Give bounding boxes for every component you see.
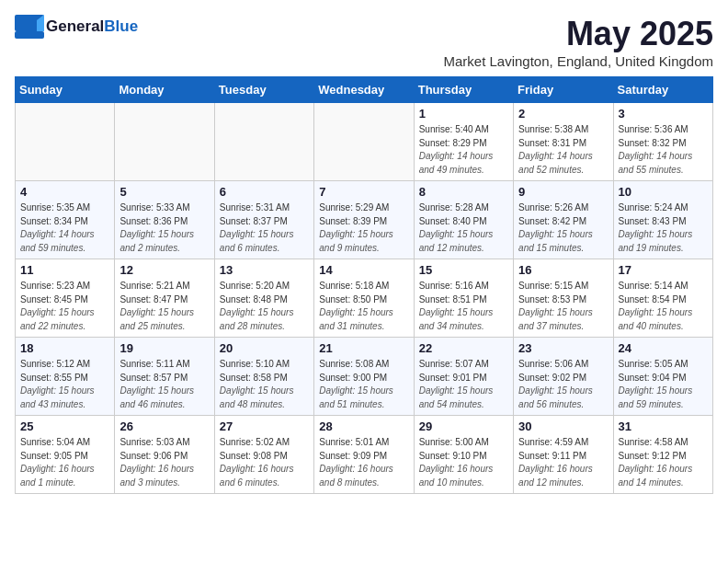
calendar-cell: 3Sunrise: 5:36 AMSunset: 8:32 PMDaylight… [613, 103, 712, 181]
day-number: 30 [518, 419, 608, 433]
calendar-week-1: 1Sunrise: 5:40 AMSunset: 8:29 PMDaylight… [16, 103, 713, 181]
calendar-cell: 7Sunrise: 5:29 AMSunset: 8:39 PMDaylight… [314, 181, 414, 259]
day-info: Sunrise: 4:58 AMSunset: 9:12 PMDaylight:… [619, 436, 708, 489]
calendar-cell [314, 103, 414, 181]
calendar-cell: 15Sunrise: 5:16 AMSunset: 8:51 PMDayligh… [414, 259, 513, 338]
day-info: Sunrise: 5:03 AMSunset: 9:06 PMDaylight:… [119, 436, 209, 489]
day-info: Sunrise: 5:23 AMSunset: 8:45 PMDaylight:… [20, 280, 109, 333]
day-number: 6 [220, 185, 309, 199]
day-number: 22 [419, 341, 508, 355]
calendar-cell [214, 103, 313, 181]
day-info: Sunrise: 5:36 AMSunset: 8:32 PMDaylight:… [619, 123, 708, 177]
logo-blue-text: Blue [104, 17, 138, 35]
day-info: Sunrise: 5:11 AMSunset: 8:57 PMDaylight:… [119, 358, 209, 411]
day-info: Sunrise: 5:02 AMSunset: 9:08 PMDaylight:… [220, 436, 309, 489]
calendar-cell: 10Sunrise: 5:24 AMSunset: 8:43 PMDayligh… [613, 181, 712, 259]
calendar-cell: 11Sunrise: 5:23 AMSunset: 8:45 PMDayligh… [16, 259, 115, 338]
calendar-cell: 27Sunrise: 5:02 AMSunset: 9:08 PMDayligh… [214, 416, 313, 494]
calendar-cell: 20Sunrise: 5:10 AMSunset: 8:58 PMDayligh… [214, 338, 313, 416]
day-number: 25 [20, 419, 109, 433]
day-number: 12 [119, 263, 209, 277]
calendar-location: Market Lavington, England, United Kingdo… [443, 53, 713, 69]
calendar-cell: 26Sunrise: 5:03 AMSunset: 9:06 PMDayligh… [115, 416, 214, 494]
calendar-cell: 12Sunrise: 5:21 AMSunset: 8:47 PMDayligh… [115, 259, 214, 338]
calendar-week-3: 11Sunrise: 5:23 AMSunset: 8:45 PMDayligh… [16, 259, 713, 338]
calendar-cell: 16Sunrise: 5:15 AMSunset: 8:53 PMDayligh… [514, 259, 613, 338]
calendar-cell: 28Sunrise: 5:01 AMSunset: 9:09 PMDayligh… [314, 416, 414, 494]
weekday-header-saturday: Saturday [613, 77, 712, 103]
calendar-cell: 21Sunrise: 5:08 AMSunset: 9:00 PMDayligh… [314, 338, 414, 416]
day-number: 3 [619, 107, 708, 121]
calendar-cell: 25Sunrise: 5:04 AMSunset: 9:05 PMDayligh… [16, 416, 115, 494]
day-number: 10 [619, 185, 708, 199]
calendar-cell: 24Sunrise: 5:05 AMSunset: 9:04 PMDayligh… [613, 338, 712, 416]
calendar-cell: 1Sunrise: 5:40 AMSunset: 8:29 PMDaylight… [414, 103, 513, 181]
calendar-cell [115, 103, 214, 181]
day-number: 31 [619, 419, 708, 433]
calendar-cell [16, 103, 115, 181]
day-info: Sunrise: 5:38 AMSunset: 8:31 PMDaylight:… [518, 123, 608, 177]
calendar-table: SundayMondayTuesdayWednesdayThursdayFrid… [15, 76, 713, 494]
day-number: 17 [619, 263, 708, 277]
day-number: 9 [518, 185, 608, 199]
calendar-week-2: 4Sunrise: 5:35 AMSunset: 8:34 PMDaylight… [16, 181, 713, 259]
calendar-cell: 14Sunrise: 5:18 AMSunset: 8:50 PMDayligh… [314, 259, 414, 338]
title-area: May 2025 Market Lavington, England, Unit… [443, 15, 713, 69]
day-number: 19 [119, 341, 209, 355]
calendar-cell: 6Sunrise: 5:31 AMSunset: 8:37 PMDaylight… [214, 181, 313, 259]
svg-rect-2 [15, 31, 44, 39]
day-info: Sunrise: 4:59 AMSunset: 9:11 PMDaylight:… [518, 436, 608, 489]
day-number: 23 [518, 341, 608, 355]
calendar-cell: 8Sunrise: 5:28 AMSunset: 8:40 PMDaylight… [414, 181, 513, 259]
day-info: Sunrise: 5:40 AMSunset: 8:29 PMDaylight:… [419, 123, 508, 177]
weekday-header-thursday: Thursday [414, 77, 513, 103]
day-info: Sunrise: 5:05 AMSunset: 9:04 PMDaylight:… [619, 358, 708, 411]
logo: GeneralBlue [15, 15, 138, 39]
day-info: Sunrise: 5:33 AMSunset: 8:36 PMDaylight:… [119, 201, 209, 255]
day-number: 20 [220, 341, 309, 355]
calendar-cell: 2Sunrise: 5:38 AMSunset: 8:31 PMDaylight… [514, 103, 613, 181]
logo-icon [15, 15, 44, 39]
calendar-cell: 19Sunrise: 5:11 AMSunset: 8:57 PMDayligh… [115, 338, 214, 416]
weekday-header-row: SundayMondayTuesdayWednesdayThursdayFrid… [16, 77, 713, 103]
calendar-cell: 17Sunrise: 5:14 AMSunset: 8:54 PMDayligh… [613, 259, 712, 338]
calendar-cell: 13Sunrise: 5:20 AMSunset: 8:48 PMDayligh… [214, 259, 313, 338]
calendar-cell: 23Sunrise: 5:06 AMSunset: 9:02 PMDayligh… [514, 338, 613, 416]
day-info: Sunrise: 5:14 AMSunset: 8:54 PMDaylight:… [619, 280, 708, 333]
weekday-header-monday: Monday [115, 77, 214, 103]
day-info: Sunrise: 5:01 AMSunset: 9:09 PMDaylight:… [319, 436, 408, 489]
day-number: 16 [518, 263, 608, 277]
calendar-cell: 5Sunrise: 5:33 AMSunset: 8:36 PMDaylight… [115, 181, 214, 259]
weekday-header-wednesday: Wednesday [314, 77, 414, 103]
day-info: Sunrise: 5:00 AMSunset: 9:10 PMDaylight:… [419, 436, 508, 489]
day-info: Sunrise: 5:15 AMSunset: 8:53 PMDaylight:… [518, 280, 608, 333]
day-info: Sunrise: 5:04 AMSunset: 9:05 PMDaylight:… [20, 436, 109, 489]
calendar-week-4: 18Sunrise: 5:12 AMSunset: 8:55 PMDayligh… [16, 338, 713, 416]
day-number: 7 [319, 185, 408, 199]
day-info: Sunrise: 5:29 AMSunset: 8:39 PMDaylight:… [319, 201, 408, 255]
day-number: 29 [419, 419, 508, 433]
calendar-cell: 31Sunrise: 4:58 AMSunset: 9:12 PMDayligh… [613, 416, 712, 494]
logo-general-text: General [46, 17, 104, 35]
weekday-header-sunday: Sunday [16, 77, 115, 103]
day-info: Sunrise: 5:06 AMSunset: 9:02 PMDaylight:… [518, 358, 608, 411]
day-info: Sunrise: 5:35 AMSunset: 8:34 PMDaylight:… [20, 201, 109, 255]
day-number: 2 [518, 107, 608, 121]
day-info: Sunrise: 5:12 AMSunset: 8:55 PMDaylight:… [20, 358, 109, 411]
day-info: Sunrise: 5:20 AMSunset: 8:48 PMDaylight:… [220, 280, 309, 333]
calendar-cell: 29Sunrise: 5:00 AMSunset: 9:10 PMDayligh… [414, 416, 513, 494]
day-number: 5 [119, 185, 209, 199]
day-number: 15 [419, 263, 508, 277]
day-number: 21 [319, 341, 408, 355]
day-info: Sunrise: 5:08 AMSunset: 9:00 PMDaylight:… [319, 358, 408, 411]
day-number: 24 [619, 341, 708, 355]
day-info: Sunrise: 5:28 AMSunset: 8:40 PMDaylight:… [419, 201, 508, 255]
calendar-cell: 30Sunrise: 4:59 AMSunset: 9:11 PMDayligh… [514, 416, 613, 494]
day-number: 13 [220, 263, 309, 277]
day-number: 1 [419, 107, 508, 121]
day-info: Sunrise: 5:26 AMSunset: 8:42 PMDaylight:… [518, 201, 608, 255]
calendar-week-5: 25Sunrise: 5:04 AMSunset: 9:05 PMDayligh… [16, 416, 713, 494]
header: GeneralBlue May 2025 Market Lavington, E… [15, 15, 713, 69]
day-number: 4 [20, 185, 109, 199]
calendar-cell: 22Sunrise: 5:07 AMSunset: 9:01 PMDayligh… [414, 338, 513, 416]
